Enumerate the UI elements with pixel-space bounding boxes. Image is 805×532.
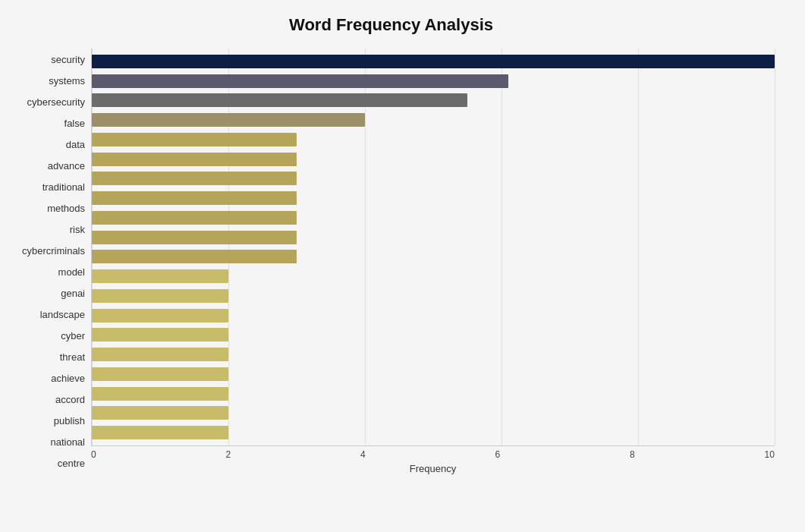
bar-row xyxy=(92,288,775,304)
chart-area: securitysystemscybersecurityfalsedataadv… xyxy=(8,49,775,474)
bar-row xyxy=(92,54,775,69)
y-label: cybersecurity xyxy=(27,93,85,110)
bar xyxy=(92,55,775,68)
bar xyxy=(92,172,297,185)
y-label: publish xyxy=(54,413,85,430)
y-label: achieve xyxy=(51,370,85,387)
bar xyxy=(92,348,228,361)
x-axis: 0246810 xyxy=(91,446,775,460)
y-label: model xyxy=(58,263,85,280)
bar-row xyxy=(92,367,775,382)
bar-row xyxy=(92,132,775,147)
bar xyxy=(92,328,228,342)
bar-row xyxy=(92,210,775,225)
x-tick: 2 xyxy=(226,449,231,460)
chart-container: Word Frequency Analysis securitysystemsc… xyxy=(0,0,805,532)
bar xyxy=(92,367,228,381)
bar-row xyxy=(92,171,775,186)
y-label: risk xyxy=(70,221,85,238)
y-axis: securitysystemscybersecurityfalsedataadv… xyxy=(8,49,91,474)
bars-inner xyxy=(92,49,775,445)
bar xyxy=(92,250,297,263)
bar-row xyxy=(92,308,775,323)
bar-row xyxy=(92,405,775,420)
y-label: cyber xyxy=(61,328,85,345)
bar-row xyxy=(92,112,775,127)
bar xyxy=(92,113,365,127)
y-label: advance xyxy=(48,157,85,174)
bar xyxy=(92,269,228,283)
chart-title: Word Frequency Analysis xyxy=(8,15,775,35)
x-tick: 4 xyxy=(360,449,366,460)
bar-row xyxy=(92,230,775,245)
y-label: traditional xyxy=(42,178,85,195)
y-label: systems xyxy=(49,72,85,89)
y-label: centre xyxy=(58,455,85,472)
bar xyxy=(92,231,297,244)
y-label: false xyxy=(64,115,85,131)
bar-row xyxy=(92,74,775,89)
bar xyxy=(92,426,228,439)
y-label: landscape xyxy=(40,307,85,323)
x-tick: 6 xyxy=(495,449,501,460)
bars-and-x: 0246810 Frequency xyxy=(91,49,775,474)
y-label: accord xyxy=(55,392,85,408)
bar-row xyxy=(92,347,775,362)
bar xyxy=(92,289,228,303)
bars-wrapper xyxy=(91,49,775,446)
bar xyxy=(92,133,297,146)
y-label: methods xyxy=(47,200,85,216)
y-label: threat xyxy=(60,349,85,366)
bar-row xyxy=(92,249,775,264)
bar-row xyxy=(92,269,775,284)
x-tick: 0 xyxy=(91,449,96,460)
bar-row xyxy=(92,190,775,206)
bar xyxy=(92,406,228,420)
bar xyxy=(92,309,228,323)
bar xyxy=(92,387,228,401)
bar-row xyxy=(92,93,775,108)
y-label: security xyxy=(51,51,85,68)
grid-line xyxy=(775,49,775,445)
y-label: cybercriminals xyxy=(22,242,85,259)
bar xyxy=(92,191,297,205)
bar xyxy=(92,93,467,107)
bar xyxy=(92,74,508,88)
bar-row xyxy=(92,386,775,401)
bar xyxy=(92,153,297,166)
bar-row xyxy=(92,327,775,342)
bar xyxy=(92,211,297,225)
x-axis-label: Frequency xyxy=(91,463,775,474)
x-tick: 10 xyxy=(765,449,775,460)
y-label: genai xyxy=(61,285,85,302)
x-tick: 8 xyxy=(630,449,635,460)
bar-row xyxy=(92,152,775,167)
y-label: data xyxy=(66,136,85,153)
y-label: national xyxy=(50,434,85,451)
bar-row xyxy=(92,425,775,440)
